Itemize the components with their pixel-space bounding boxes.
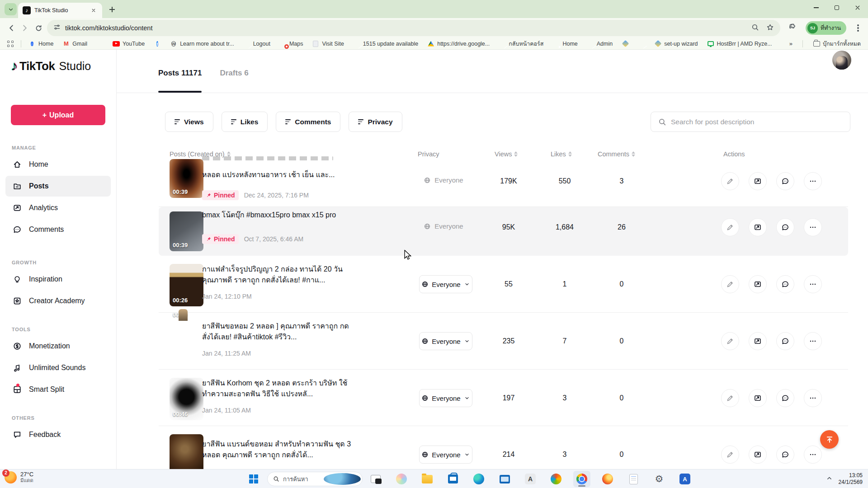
start-button[interactable] [249, 474, 258, 483]
post-title[interactable]: กาแฟสำเร็จรูปปริญญา 2 กล่อง ทานได้ 20 วั… [202, 264, 351, 286]
sidebar-item-inspiration[interactable]: Inspiration [5, 269, 111, 290]
post-title[interactable]: หลอด แปรงหลังทานอาหาร เช้า เย็น และ... [202, 169, 351, 180]
upload-button[interactable]: + Upload [11, 105, 105, 125]
comment-button[interactable] [776, 172, 794, 190]
mail-taskbar-icon[interactable] [496, 471, 513, 487]
analytics-button[interactable] [749, 446, 767, 464]
taskbar-clock[interactable]: 13:05 24/1/2569 [839, 472, 863, 486]
video-thumbnail[interactable]: 00:39 [170, 211, 203, 251]
site-info-icon[interactable] [53, 23, 61, 33]
video-thumbnail[interactable]: 00:26 [170, 264, 203, 306]
bookmark-item[interactable] [93, 39, 107, 49]
extensions-icon[interactable] [788, 23, 797, 33]
microsoft-store-taskbar-icon[interactable] [444, 471, 462, 487]
tab-search-chevron-icon[interactable] [5, 3, 17, 15]
video-thumbnail[interactable] [170, 434, 203, 469]
post-row[interactable]: 00:46ยาสีฟัน Korhom ชุด 2 หลอด ตระกร้า บ… [159, 370, 848, 426]
search-input[interactable] [671, 118, 843, 126]
analytics-button[interactable] [749, 389, 767, 407]
more-button[interactable] [804, 389, 822, 407]
back-icon[interactable] [5, 22, 17, 34]
filter-button-likes[interactable]: Likes [222, 112, 268, 132]
bookmark-star-icon[interactable] [766, 23, 774, 33]
bookmark-item[interactable]: 1515 update available [349, 39, 422, 49]
notepad-taskbar-icon[interactable] [625, 471, 642, 487]
comment-button[interactable] [776, 332, 794, 350]
edit-button[interactable] [721, 218, 739, 236]
sidebar-item-comments[interactable]: Comments [5, 219, 111, 240]
bookmark-item[interactable]: กลับหน้าคอร์ส [495, 39, 547, 49]
bookmark-item[interactable]: Visit Site [308, 39, 347, 49]
edge-taskbar-icon[interactable] [470, 471, 487, 487]
bookmarks-overflow-chevron[interactable]: » [786, 40, 796, 47]
comment-button[interactable] [776, 446, 794, 464]
post-search[interactable] [651, 112, 850, 132]
zoom-search-icon[interactable] [751, 23, 759, 33]
post-title[interactable]: ยาสีฟัน Korhom ชุด 2 หลอด ตระกร้า บริษัท… [202, 378, 351, 399]
sidebar-item-creator-academy[interactable]: Creator Academy [5, 291, 111, 311]
firefox-taskbar-icon[interactable] [599, 471, 616, 487]
post-row[interactable]: 00:30ยาสีฟันขอหอม 2 หลอด ] คุณภาพดี ราคา… [159, 313, 848, 370]
sidebar-item-analytics[interactable]: Analytics [5, 197, 111, 218]
post-title[interactable]: ยาสีฟัน แบรนด์ขอหอม สำหรับทำความฟัน ชุด … [202, 439, 351, 460]
tab-drafts[interactable]: Drafts 6 [220, 69, 248, 78]
browser-profile-chip[interactable]: SJ ที่ทำงาน [806, 21, 846, 35]
edit-button[interactable] [721, 446, 739, 464]
sidebar-item-unlimited-sounds[interactable]: Unlimited Sounds [5, 357, 111, 378]
copilot-taskbar-icon[interactable] [393, 471, 410, 487]
filter-button-views[interactable]: Views [165, 112, 213, 132]
url-text[interactable]: tiktok.com/tiktokstudio/content [65, 24, 152, 32]
privacy-dropdown[interactable]: Everyone [419, 332, 472, 350]
video-thumbnail[interactable]: 00:39 [170, 159, 203, 198]
edit-button[interactable] [721, 389, 739, 407]
scroll-to-top-button[interactable] [820, 430, 839, 449]
bookmark-item[interactable]: Maps [276, 39, 307, 49]
sidebar-item-posts[interactable]: Posts [5, 176, 111, 197]
tab-close-icon[interactable] [90, 6, 98, 14]
sidebar-item-feedback[interactable]: Feedback [5, 424, 111, 445]
all-bookmarks-button[interactable]: บุ๊กมาร์กทั้งหมด [809, 39, 864, 49]
address-bar[interactable]: tiktok.com/tiktokstudio/content [47, 20, 780, 36]
more-button[interactable] [804, 446, 822, 464]
bookmark-item[interactable]: Admin [583, 39, 616, 49]
minimize-button[interactable] [806, 0, 826, 15]
edit-button[interactable] [721, 332, 739, 350]
post-row[interactable]: 00:39หลอด แปรงหลังทานอาหาร เช้า เย็น และ… [159, 156, 848, 207]
sidebar-item-home[interactable]: Home [5, 154, 111, 175]
bookmark-item[interactable]: https://drive.google... [424, 39, 493, 49]
bookmark-item[interactable] [634, 39, 649, 49]
forward-icon[interactable] [19, 22, 31, 34]
photos-taskbar-icon[interactable] [547, 471, 565, 487]
privacy-dropdown[interactable]: Everyone [419, 275, 472, 293]
post-title[interactable]: bmax โน้ตบุ๊ก #bmaxx15pro bmax x15 pro [202, 210, 351, 221]
more-button[interactable] [804, 172, 822, 190]
taskbar-weather-widget[interactable]: 2 27°C มีแดด [5, 471, 33, 483]
more-button[interactable] [804, 218, 822, 236]
filter-button-privacy[interactable]: Privacy [349, 112, 402, 132]
filter-button-comments[interactable]: Comments [276, 112, 340, 132]
hidden-icons-chevron[interactable] [826, 475, 832, 483]
reload-icon[interactable] [33, 22, 44, 34]
post-title[interactable]: ยาสีฟันขอหอม 2 หลอด ] คุณภาพดี ราคาถูก ก… [202, 321, 351, 343]
sidebar-item-monetization[interactable]: Monetization [5, 336, 111, 357]
bookmark-item[interactable] [618, 39, 632, 49]
file-explorer-taskbar-icon[interactable] [419, 471, 436, 487]
analytics-button[interactable] [749, 218, 767, 236]
account-avatar[interactable] [832, 51, 851, 70]
bookmark-item[interactable]: set-up wizard [651, 39, 701, 49]
blue-app-taskbar-icon[interactable]: A [676, 471, 693, 487]
comment-button[interactable] [776, 389, 794, 407]
tiktok-studio-logo[interactable]: ♪ TikTok Studio [0, 50, 116, 75]
task-view-taskbar-icon[interactable] [367, 471, 384, 487]
post-row[interactable]: 00:26กาแฟสำเร็จรูปปริญญา 2 กล่อง ทานได้ … [159, 256, 848, 313]
analytics-button[interactable] [749, 172, 767, 190]
comment-button[interactable] [776, 275, 794, 293]
post-row[interactable]: 00:39bmax โน้ตบุ๊ก #bmaxx15pro bmax x15 … [159, 207, 848, 256]
new-tab-button[interactable] [107, 4, 118, 15]
privacy-dropdown[interactable]: Everyone [419, 446, 472, 464]
chrome-taskbar-icon[interactable] [573, 471, 590, 487]
bookmark-item[interactable]: HostBrr | AMD Ryze... [703, 39, 776, 49]
search-highlight-image[interactable] [324, 473, 361, 485]
close-button[interactable] [847, 0, 868, 15]
tab-posts[interactable]: Posts 11171 [158, 69, 202, 78]
